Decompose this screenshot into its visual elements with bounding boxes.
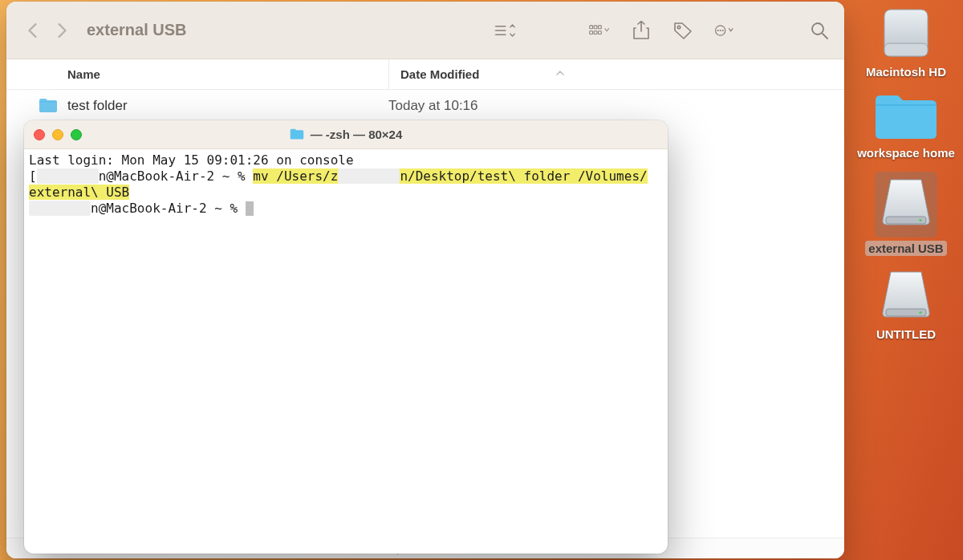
external-drive-icon [878,267,934,323]
zoom-button[interactable] [71,129,82,140]
redacted-text: z [29,201,91,216]
svg-line-18 [823,34,827,39]
close-button[interactable] [34,129,45,140]
svg-rect-6 [590,25,593,28]
svg-rect-20 [884,43,928,56]
desktop-item-label: workspace home [854,145,958,160]
tag-icon[interactable] [672,22,693,39]
terminal-prompt: n@MacBook-Air-2 ~ % [99,168,254,184]
terminal-title: — -zsh — 80×24 [311,128,403,141]
list-item[interactable]: test folder Today at 10:16 [6,90,844,122]
svg-point-17 [812,23,823,34]
desktop-item-label: external USB [865,241,946,256]
file-name: test folder [67,98,128,114]
finder-title: external USB [87,21,187,39]
svg-rect-7 [594,25,597,28]
minimize-button[interactable] [52,129,63,140]
file-date: Today at 10:16 [388,98,573,114]
cursor [246,201,254,216]
folder-icon [290,128,304,140]
terminal-line: Last login: Mon May 15 09:01:26 on conso… [29,152,354,168]
desktop-item-label: UNTITLED [873,327,939,342]
back-button[interactable] [26,23,40,38]
svg-rect-11 [598,30,601,34]
terminal-window: — -zsh — 80×24 Last login: Mon May 15 09… [24,120,668,554]
highlighted-command: external\ USB [29,185,129,200]
desktop-icons: Macintosh HD workspace home external USB… [849,5,963,342]
terminal-titlebar[interactable]: — -zsh — 80×24 [24,120,668,149]
desktop-drive-macintosh-hd[interactable]: Macintosh HD [853,5,959,79]
column-name[interactable]: Name [67,67,388,81]
sort-chevron-icon [555,67,565,81]
svg-point-12 [677,26,680,28]
group-icon[interactable] [589,22,610,39]
column-date-modified[interactable]: Date Modified [388,59,573,89]
finder-toolbar: external USB [6,2,844,59]
folder-icon [39,98,58,114]
terminal-prompt: n@MacBook-Air-2 ~ % [91,201,246,216]
internal-drive-icon [878,5,934,61]
svg-point-14 [717,30,718,30]
desktop-folder-workspace-home[interactable]: workspace home [853,91,959,160]
terminal-body[interactable]: Last login: Mon May 15 09:01:26 on conso… [24,149,668,554]
action-menu-icon[interactable] [714,22,735,39]
svg-rect-8 [598,25,601,28]
view-list-icon[interactable] [494,22,515,39]
svg-point-24 [919,311,921,314]
svg-point-15 [720,30,721,30]
svg-rect-10 [594,30,597,34]
svg-rect-9 [590,30,593,34]
folder-icon [872,91,940,142]
desktop-item-label: Macintosh HD [863,64,949,79]
search-icon[interactable] [809,22,830,39]
svg-point-22 [919,219,921,221]
column-date-label: Date Modified [400,67,479,81]
desktop-drive-untitled[interactable]: UNTITLED [853,267,959,342]
redacted-text: z [37,168,99,184]
share-icon[interactable] [631,22,652,39]
external-drive-icon [878,175,934,231]
svg-point-16 [722,30,723,30]
finder-column-headers: Name Date Modified [6,59,844,90]
desktop-drive-external-usb[interactable]: external USB [853,172,959,256]
highlighted-command: mv /Users/z n/Desktop/test\ folder /Volu… [253,168,647,184]
forward-button[interactable] [55,23,69,38]
